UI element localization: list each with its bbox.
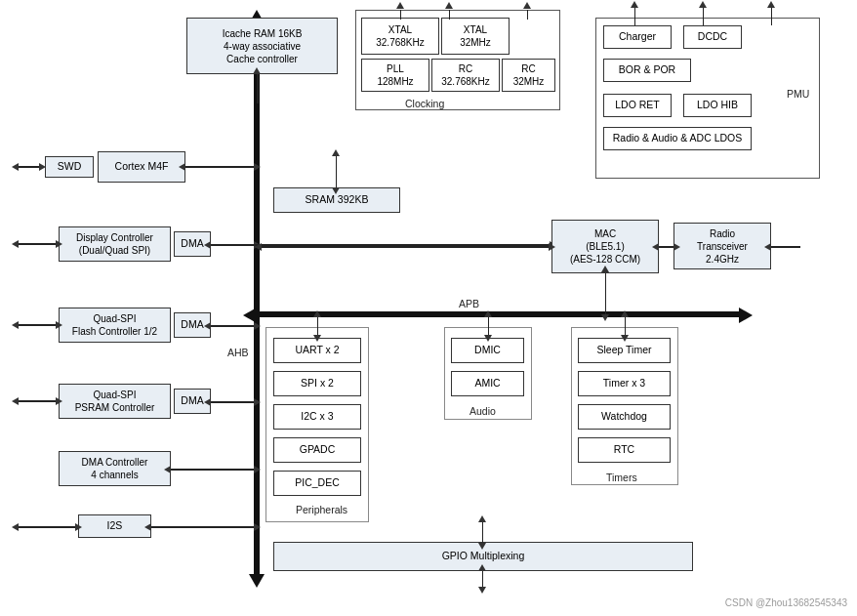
charger-block: Charger — [603, 25, 672, 49]
cortex-block: Cortex M4F — [98, 151, 185, 183]
gpio-v-line — [482, 522, 483, 545]
dma-ctrl-arrow-left — [164, 466, 171, 473]
peripherals-container — [265, 327, 369, 522]
swd-block: SWD — [45, 156, 94, 178]
dma3-arrow-right — [254, 398, 261, 406]
bor-por-block: BOR & POR — [603, 59, 691, 82]
cortex-arrow-right — [254, 163, 261, 171]
dma-ctrl-ahb-line — [171, 469, 257, 471]
ahb-label: AHB — [227, 347, 249, 358]
sram-arrow-down — [332, 187, 340, 194]
radio-audio-adc-block: Radio & Audio & ADC LDOS — [603, 127, 752, 150]
i2s-arrow-left — [12, 523, 19, 531]
apb-timers-arrow — [621, 335, 629, 342]
apb-periph-arrow2 — [313, 310, 321, 317]
clk-arrow-v1 — [400, 10, 401, 20]
i2s-ahb-arrow2 — [144, 523, 151, 531]
radio-arrow-left — [764, 243, 771, 251]
sram-mac-arrow-r — [549, 243, 555, 251]
gpio-bottom-arrow — [478, 587, 486, 594]
sram-label: SRAM 392KB — [306, 193, 369, 207]
dma1-arrow-left — [204, 241, 211, 249]
swd-label: SWD — [58, 160, 82, 174]
qsf-arrow-left — [12, 321, 19, 329]
sram-mac-line — [262, 246, 551, 248]
quad-spi-flash-block: Quad-SPI Flash Controller 1/2 — [59, 308, 171, 343]
cortex-label: Cortex M4F — [115, 160, 169, 174]
dma2-arrow-right — [254, 322, 261, 330]
apb-audio-arrow2 — [484, 310, 492, 317]
dma-ctrl-arrow-right — [254, 466, 261, 473]
quad-spi-flash-label: Quad-SPI Flash Controller 1/2 — [72, 312, 157, 338]
clocking-container — [355, 10, 560, 110]
apb-bus-horizontal — [257, 311, 739, 317]
pmu-top-v1 — [634, 8, 635, 25]
apb-timers-arrow2 — [621, 310, 629, 317]
i2s-ahb-line — [151, 526, 257, 528]
diagram: AHB APB Icache RAM 16KB 4-way associativ… — [0, 0, 857, 616]
gpio-arrow-down — [478, 543, 486, 550]
display-ctrl-label: Display Controller (Dual/Quad SPI) — [76, 231, 153, 257]
gpio-label: GPIO Multiplexing — [442, 550, 525, 563]
swd-arrow-left — [12, 163, 19, 171]
cortex-ahb-line — [185, 166, 257, 168]
mac-label: MAC (BLE5.1) (AES-128 CCM) — [570, 227, 640, 266]
gpio-arrow-up — [478, 515, 486, 522]
mac-apb-arrow — [601, 314, 609, 321]
ldo-ret-block: LDO RET — [603, 94, 672, 117]
radio-audio-adc-label: Radio & Audio & ADC LDOS — [613, 132, 743, 145]
watermark: CSDN @Zhou13682545343 — [725, 597, 847, 608]
ldo-ret-label: LDO RET — [615, 99, 660, 112]
quad-spi-psram-label: Quad-SPI PSRAM Controller — [75, 389, 155, 414]
qsp-left-line — [18, 400, 59, 402]
i2s-label: I2S — [107, 519, 123, 533]
icache-block: Icache RAM 16KB 4-way associative Cache … — [186, 18, 338, 74]
i2s-block: I2S — [78, 514, 151, 538]
dma3-arrow-left — [204, 398, 211, 406]
clk-up1 — [396, 2, 404, 9]
display-left-line — [18, 243, 59, 245]
i2s-ahb-arrow — [254, 523, 261, 531]
dcdc-label: DCDC — [698, 30, 727, 44]
bor-por-label: BOR & POR — [619, 63, 675, 77]
clk-up2 — [445, 2, 453, 9]
pmu-top-arrow3 — [767, 1, 775, 8]
apb-arrow-left — [243, 308, 257, 323]
pmu-top-v3 — [771, 8, 772, 25]
radio-block: Radio Transceiver 2.4GHz — [673, 223, 771, 269]
mac-radio-arrow — [673, 243, 680, 251]
dcdc-block: DCDC — [683, 25, 742, 49]
dma1-label: DMA — [181, 237, 203, 251]
clk-arrow-v3 — [527, 10, 528, 20]
apb-arrow-right — [739, 308, 753, 323]
ldo-hib-label: LDO HIB — [697, 99, 738, 112]
display-arrow-right — [56, 240, 62, 248]
qsp-arrow-right — [56, 397, 62, 405]
apb-periph-arrow — [313, 335, 321, 342]
quad-spi-psram-block: Quad-SPI PSRAM Controller — [59, 384, 171, 419]
apb-audio-arrow — [484, 335, 492, 342]
dma2-label: DMA — [181, 318, 203, 332]
mac-apb-arrow2 — [601, 266, 609, 272]
mac-apb-line — [605, 273, 606, 317]
qsf-left-line — [18, 324, 59, 326]
sram-mac-arrow-l — [255, 243, 262, 251]
dma-ctrl-block: DMA Controller 4 channels — [59, 451, 171, 486]
timers-container — [571, 327, 678, 485]
pmu-top-arrow1 — [631, 1, 638, 8]
clk-arrow-v2 — [449, 10, 450, 20]
radio-right-line — [771, 246, 800, 248]
sram-arrow-up — [332, 149, 340, 156]
dma2-ahb-line — [211, 325, 257, 327]
gpio-bottom-arrow2 — [478, 564, 486, 571]
icache-to-ahb-line — [257, 74, 259, 103]
clk-up3 — [523, 2, 531, 9]
display-arrow-left — [12, 240, 19, 248]
pmu-top-v2 — [703, 8, 704, 25]
charger-label: Charger — [619, 30, 656, 44]
sram-v-line — [336, 156, 337, 187]
cortex-arrow-left — [179, 163, 185, 171]
dma3-ahb-line — [211, 401, 257, 403]
i2s-arrow-right — [75, 523, 82, 531]
display-ctrl-block: Display Controller (Dual/Quad SPI) — [59, 226, 171, 262]
